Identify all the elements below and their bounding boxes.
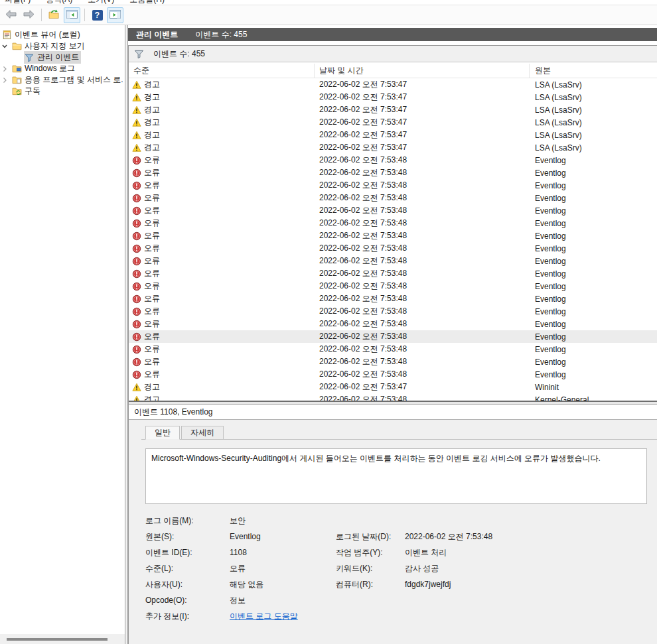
column-header-2[interactable]: 원본 bbox=[530, 64, 657, 78]
menu-item-0[interactable]: 파일(F) bbox=[3, 0, 32, 5]
tab-details[interactable]: 자세히 bbox=[181, 426, 224, 440]
event-level: 오류 bbox=[144, 155, 160, 166]
event-source: Eventlog bbox=[530, 255, 657, 267]
event-row[interactable]: 오류2022-06-02 오전 7:53:48Eventlog bbox=[129, 267, 657, 280]
event-row[interactable]: 오류2022-06-02 오전 7:53:48Eventlog bbox=[129, 255, 657, 267]
show-hide-action-pane-button[interactable] bbox=[107, 7, 123, 23]
menu-item-3[interactable]: 도움말(H) bbox=[128, 0, 166, 5]
event-row[interactable]: 경고2022-06-02 오전 7:53:47LSA (LsaSrv) bbox=[129, 78, 657, 91]
folder-action-button[interactable] bbox=[46, 7, 62, 23]
sidebar-item[interactable]: 이벤트 뷰어 (로컬) bbox=[0, 29, 125, 40]
event-row[interactable]: 오류2022-06-02 오전 7:53:48Eventlog bbox=[129, 280, 657, 292]
error-icon bbox=[132, 155, 142, 165]
event-source: Eventlog bbox=[530, 292, 657, 305]
event-row[interactable]: 오류2022-06-02 오전 7:53:48Eventlog bbox=[129, 192, 657, 204]
back-arrow-icon bbox=[5, 9, 17, 21]
event-row[interactable]: 경고2022-06-02 오전 7:53:47LSA (LsaSrv) bbox=[129, 91, 657, 103]
event-row[interactable]: 오류2022-06-02 오전 7:53:48Eventlog bbox=[129, 292, 657, 305]
event-level: 경고 bbox=[144, 92, 160, 103]
error-icon bbox=[132, 332, 142, 342]
error-icon bbox=[132, 344, 142, 354]
forward-button[interactable] bbox=[21, 7, 37, 23]
details-tabs: 일반자세히 bbox=[145, 426, 657, 439]
event-source: Eventlog bbox=[530, 305, 657, 318]
event-row[interactable]: 경고2022-06-02 오전 7:53:47LSA (LsaSrv) bbox=[129, 141, 657, 154]
warning-icon bbox=[132, 143, 142, 153]
details-pane-header: 이벤트 1108, Eventlog bbox=[129, 405, 657, 420]
event-source: LSA (LsaSrv) bbox=[530, 116, 657, 129]
help-icon: ? bbox=[92, 10, 103, 21]
forward-arrow-icon bbox=[23, 9, 35, 21]
column-header-0[interactable]: 수준 bbox=[129, 64, 315, 78]
event-date: 2022-06-02 오전 7:53:48 bbox=[315, 305, 530, 318]
event-level: 오류 bbox=[144, 281, 160, 292]
help-button[interactable]: ? bbox=[89, 7, 106, 23]
event-level: 경고 bbox=[144, 117, 160, 128]
event-row[interactable]: 오류2022-06-02 오전 7:53:48Eventlog bbox=[129, 343, 657, 355]
event-level: 오류 bbox=[144, 192, 160, 204]
error-icon bbox=[132, 193, 142, 203]
expanded-chevron-icon[interactable] bbox=[1, 43, 11, 50]
field-value: 해당 없음 bbox=[230, 579, 336, 590]
detail-field-row: 수준(L):오류키워드(K):감사 성공 bbox=[145, 560, 647, 576]
panel-left-border bbox=[128, 45, 129, 644]
event-row[interactable]: 오류2022-06-02 오전 7:53:48Eventlog bbox=[129, 305, 657, 318]
folder-icon bbox=[12, 41, 23, 51]
sidebar-item[interactable]: 구독 bbox=[0, 86, 125, 97]
scrollbar-thumb[interactable] bbox=[7, 638, 108, 641]
menu-item-2[interactable]: 보기(V) bbox=[86, 0, 115, 5]
warning-icon bbox=[132, 130, 142, 140]
sidebar-item[interactable]: Windows 로그 bbox=[0, 63, 125, 74]
tab-general[interactable]: 일반 bbox=[145, 426, 180, 440]
event-date: 2022-06-02 오전 7:53:48 bbox=[315, 280, 530, 292]
event-date: 2022-06-02 오전 7:53:48 bbox=[315, 393, 530, 401]
event-row[interactable]: 오류2022-06-02 오전 7:53:48Eventlog bbox=[129, 217, 657, 229]
event-row[interactable]: 경고2022-06-02 오전 7:53:47LSA (LsaSrv) bbox=[129, 129, 657, 141]
error-icon bbox=[132, 294, 142, 304]
event-row[interactable]: 경고2022-06-02 오전 7:53:47Wininit bbox=[129, 381, 657, 393]
event-row[interactable]: 오류2022-06-02 오전 7:53:48Eventlog bbox=[129, 368, 657, 381]
folder-subscription-icon bbox=[12, 86, 23, 96]
event-row[interactable]: 오류2022-06-02 오전 7:53:48Eventlog bbox=[129, 179, 657, 192]
sidebar-item[interactable]: 응용 프로그램 및 서비스 로. bbox=[0, 74, 125, 86]
results-title-bar: 관리 이벤트 이벤트 수: 455 bbox=[128, 28, 657, 41]
event-row[interactable]: 오류2022-06-02 오전 7:53:48Eventlog bbox=[129, 229, 657, 242]
event-log-help-link[interactable]: 이벤트 로그 도움말 bbox=[230, 611, 336, 622]
selected-event-title: 이벤트 1108, Eventlog bbox=[134, 407, 213, 418]
warning-icon bbox=[132, 80, 142, 90]
event-level: 경고 bbox=[144, 104, 160, 115]
show-hide-console-tree-button[interactable] bbox=[64, 7, 80, 23]
event-source: LSA (LsaSrv) bbox=[530, 78, 657, 91]
event-row[interactable]: 오류2022-06-02 오전 7:53:48Eventlog bbox=[129, 154, 657, 166]
collapsed-chevron-icon[interactable] bbox=[1, 66, 11, 72]
folder-arrow-icon bbox=[48, 9, 60, 21]
event-row[interactable]: 오류2022-06-02 오전 7:53:48Eventlog bbox=[129, 330, 657, 343]
folder-computer-icon bbox=[12, 64, 23, 74]
collapsed-chevron-icon[interactable] bbox=[1, 77, 11, 84]
sidebar-item-label: 응용 프로그램 및 서비스 로. bbox=[25, 74, 123, 86]
sidebar-item[interactable]: 관리 이벤트 bbox=[0, 52, 125, 63]
column-header-label: 수준 bbox=[133, 65, 149, 76]
event-row[interactable]: 경고2022-06-02 오전 7:53:47LSA (LsaSrv) bbox=[129, 116, 657, 129]
event-row[interactable]: 오류2022-06-02 오전 7:53:48Eventlog bbox=[129, 318, 657, 330]
event-row[interactable]: 오류2022-06-02 오전 7:53:48Eventlog bbox=[129, 166, 657, 179]
column-header-1[interactable]: 날짜 및 시간 bbox=[315, 64, 530, 78]
event-row[interactable]: 경고2022-06-02 오전 7:53:48Kernel-General bbox=[129, 393, 657, 401]
event-row[interactable]: 경고2022-06-02 오전 7:53:47LSA (LsaSrv) bbox=[129, 103, 657, 116]
event-row[interactable]: 오류2022-06-02 오전 7:53:48Eventlog bbox=[129, 355, 657, 368]
event-row[interactable]: 오류2022-06-02 오전 7:53:48Eventlog bbox=[129, 204, 657, 217]
field-label: 로그된 날짜(D): bbox=[336, 531, 405, 543]
event-level: 오류 bbox=[144, 331, 160, 342]
event-level: 경고 bbox=[144, 381, 160, 393]
back-button[interactable] bbox=[3, 7, 19, 23]
tree-horizontal-scrollbar[interactable] bbox=[0, 634, 125, 644]
event-source: LSA (LsaSrv) bbox=[530, 129, 657, 141]
menu-item-1[interactable]: 동작(A) bbox=[44, 0, 74, 5]
event-description: Microsoft-Windows-Security-Auditing에서 게시… bbox=[145, 448, 647, 504]
field-label: 로그 이름(M): bbox=[145, 515, 230, 527]
event-level: 오류 bbox=[144, 369, 160, 380]
event-row[interactable]: 오류2022-06-02 오전 7:53:48Eventlog bbox=[129, 242, 657, 255]
sidebar-item[interactable]: 사용자 지정 보기 bbox=[0, 40, 125, 52]
field-label: 원본(S): bbox=[145, 531, 230, 543]
event-date: 2022-06-02 오전 7:53:48 bbox=[315, 154, 530, 166]
